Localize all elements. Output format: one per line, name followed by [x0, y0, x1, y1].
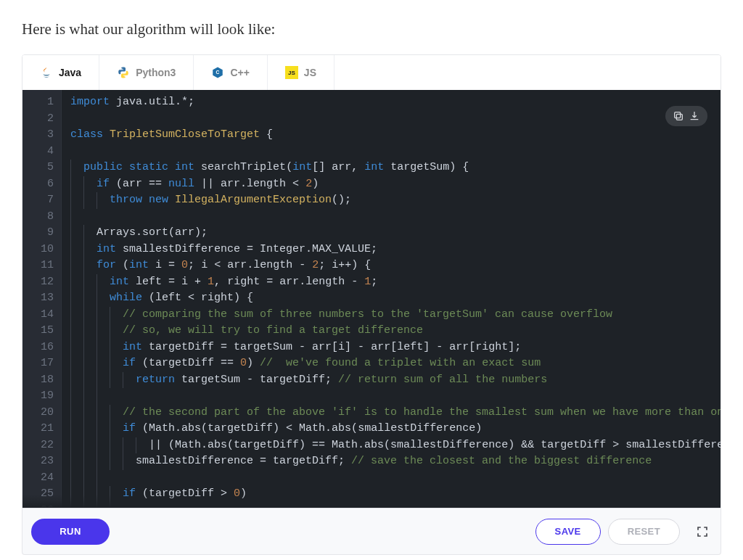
tab-java-label: Java [59, 67, 81, 78]
tab-cpp[interactable]: C C++ [194, 55, 267, 90]
code-widget: Java Python3 C C++ JS JS 123456789101112… [22, 54, 721, 508]
code-line[interactable]: while (left < right) { [70, 290, 721, 307]
line-number: 2 [34, 111, 54, 128]
code-line[interactable]: // comparing the sum of three numbers to… [70, 307, 721, 324]
code-line[interactable]: smallestDifference = targetDiff; // save… [70, 453, 721, 470]
line-number: 14 [34, 307, 54, 324]
line-number: 25 [34, 486, 54, 503]
line-number: 17 [34, 355, 54, 372]
code-line[interactable]: if (targetDiff > 0) [70, 486, 721, 503]
line-number: 5 [34, 160, 54, 176]
tab-python-label: Python3 [136, 67, 176, 78]
code-line[interactable] [70, 144, 721, 160]
python-icon [117, 66, 130, 79]
copy-icon[interactable] [673, 110, 684, 122]
code-line[interactable]: // so, we will try to find a target diff… [70, 323, 721, 339]
tab-js-label: JS [304, 67, 316, 78]
code-line[interactable] [70, 388, 721, 405]
line-number: 11 [34, 258, 54, 274]
code-line[interactable]: int left = i + 1, right = arr.length - 1… [70, 274, 721, 291]
line-number: 21 [34, 421, 54, 437]
code-line[interactable]: Arrays.sort(arr); [70, 225, 721, 242]
code-line[interactable] [70, 209, 721, 226]
code-line[interactable]: class TripletSumCloseToTarget { [70, 127, 721, 144]
save-button[interactable]: SAVE [535, 519, 601, 545]
line-number: 6 [34, 176, 54, 193]
code-line[interactable]: int targetDiff = targetSum - arr[i] - ar… [70, 339, 721, 356]
code-line[interactable] [70, 111, 721, 128]
line-number: 8 [34, 209, 54, 226]
line-number: 15 [34, 323, 54, 339]
line-number: 20 [34, 405, 54, 421]
js-icon: JS [285, 66, 298, 79]
code-line[interactable]: for (int i = 0; i < arr.length - 2; i++)… [70, 258, 721, 274]
svg-rect-2 [676, 114, 682, 120]
reset-button[interactable]: RESET [608, 519, 680, 545]
line-number: 22 [34, 437, 54, 454]
code-line[interactable]: public static int searchTriplet(int[] ar… [70, 160, 721, 176]
footer-toolbar: RUN SAVE RESET [22, 508, 721, 555]
line-number: 26 [34, 503, 54, 508]
fullscreen-icon[interactable] [696, 525, 709, 538]
code-line[interactable]: return targetSum - targetDiff; // return… [70, 372, 721, 389]
java-icon [40, 66, 53, 79]
svg-rect-3 [675, 112, 681, 118]
line-number: 7 [34, 192, 54, 209]
run-button[interactable]: RUN [31, 519, 110, 545]
download-icon[interactable] [689, 110, 700, 122]
tab-cpp-label: C++ [230, 67, 249, 78]
tab-python[interactable]: Python3 [99, 55, 194, 90]
page-heading: Here is what our algorithm will look lik… [22, 20, 721, 38]
tab-java[interactable]: Java [22, 55, 99, 90]
code-area[interactable]: import java.util.*;class TripletSumClose… [62, 90, 721, 508]
line-number: 19 [34, 388, 54, 405]
line-number: 16 [34, 339, 54, 356]
code-line[interactable]: || (Math.abs(targetDiff) == Math.abs(sma… [70, 437, 721, 454]
tabs: Java Python3 C C++ JS JS [22, 55, 721, 90]
line-gutter: 1234567891011121314151617181920212223242… [22, 90, 62, 508]
line-number: 18 [34, 372, 54, 389]
code-line[interactable]: if (targetDiff == 0) // we've found a tr… [70, 355, 721, 372]
code-line[interactable]: import java.util.*; [70, 94, 721, 111]
tab-js[interactable]: JS JS [268, 55, 334, 90]
svg-text:C: C [216, 70, 220, 75]
code-editor[interactable]: 1234567891011121314151617181920212223242… [22, 90, 721, 508]
code-line[interactable]: if (Math.abs(targetDiff) < Math.abs(smal… [70, 421, 721, 437]
code-line[interactable]: if (arr == null || arr.length < 2) [70, 176, 721, 193]
code-line[interactable] [70, 470, 721, 487]
line-number: 24 [34, 470, 54, 487]
line-number: 9 [34, 225, 54, 242]
cpp-icon: C [211, 66, 224, 79]
line-number: 23 [34, 453, 54, 470]
code-line[interactable]: throw new IllegalArgumentException(); [70, 192, 721, 209]
line-number: 3 [34, 127, 54, 144]
line-number: 10 [34, 242, 54, 258]
line-number: 4 [34, 144, 54, 160]
line-number: 13 [34, 290, 54, 307]
code-line[interactable]: // the second part of the above 'if' is … [70, 405, 721, 421]
line-number: 1 [34, 94, 54, 111]
line-number: 12 [34, 274, 54, 291]
code-line[interactable] [70, 503, 721, 508]
editor-actions [665, 106, 707, 126]
code-line[interactable]: int smallestDifference = Integer.MAX_VAL… [70, 242, 721, 258]
